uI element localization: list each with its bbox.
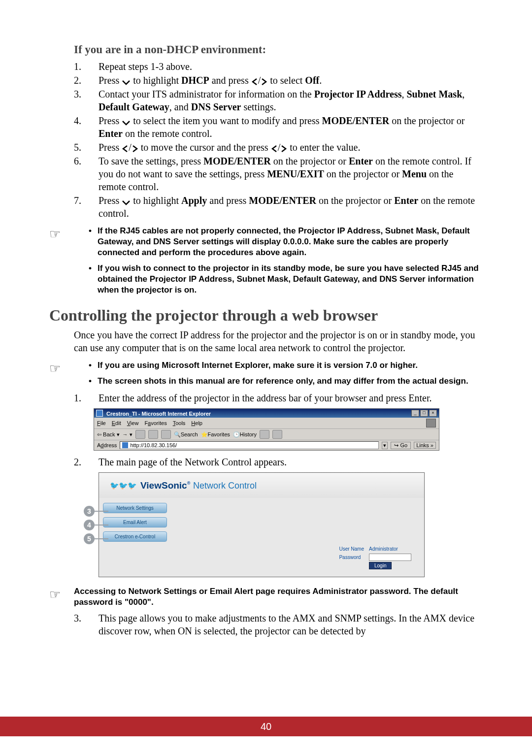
step-b2: 2. The main page of the Network Control … — [74, 456, 483, 468]
ie-window-title: Crestron_TI - Microsoft Internet Explore… — [96, 410, 211, 417]
maximize-icon[interactable]: □ — [420, 410, 428, 417]
ie-toolbar: ⇦ Back ▾ → ▾ 🔍Search ⭐Favorites 🕒History — [94, 429, 439, 440]
step-number: 4. — [74, 114, 99, 140]
section-intro: Once you have the correct IP address for… — [74, 329, 483, 354]
stop-icon[interactable] — [135, 430, 145, 439]
step-number: 3. — [74, 612, 99, 637]
menu-favorites[interactable]: Favorites — [144, 420, 166, 426]
step-5: 5. Press / to move the cursor and the pr… — [74, 141, 483, 154]
step-b1: 1. Enter the address of the projector in… — [74, 392, 483, 404]
step-body: The main page of the Network Control app… — [99, 456, 483, 468]
callout-line — [95, 538, 108, 539]
menu-tools[interactable]: Tools — [173, 420, 186, 426]
hand-point-icon: ☞ — [49, 587, 61, 602]
tab-email-alert[interactable]: Email Alert — [103, 517, 167, 527]
window-controls: _ □ × — [411, 410, 437, 417]
go-button[interactable]: ↪ Go — [391, 442, 411, 449]
step-number: 3. — [74, 88, 99, 113]
ie-titlebar: Crestron_TI - Microsoft Internet Explore… — [94, 409, 439, 418]
down-arrow-icon — [122, 197, 131, 206]
page-icon — [122, 442, 128, 448]
left-arrow-icon — [122, 143, 129, 153]
browser-steps: 1. Enter the address of the projector in… — [74, 392, 483, 404]
minimize-icon[interactable]: _ — [411, 410, 419, 417]
close-icon[interactable]: × — [429, 410, 437, 417]
section-heading-non-dhcp: If you are in a non-DHCP environment: — [74, 43, 483, 56]
mail-icon[interactable] — [260, 430, 269, 439]
nc-title: Network Control — [193, 481, 257, 491]
network-control-screenshot: 3 4 5 🐦🐦🐦 ViewSonic® Network Control Net… — [84, 472, 483, 577]
step-b3: 3. This page allows you to make adjustme… — [74, 612, 483, 637]
login-panel: User Name Administrator Password Login — [336, 545, 414, 570]
left-arrow-icon — [251, 76, 258, 86]
favorites-button[interactable]: ⭐Favorites — [201, 431, 230, 438]
ie-window-screenshot: Crestron_TI - Microsoft Internet Explore… — [94, 408, 439, 451]
note-item: If you are using Microsoft Internet Expl… — [89, 360, 483, 371]
step-body: Repeat steps 1-3 above. — [99, 60, 483, 73]
back-button[interactable]: ⇦ Back ▾ — [97, 431, 120, 438]
step-number: 7. — [74, 194, 99, 220]
history-button[interactable]: 🕒History — [233, 431, 257, 438]
step-body: To save the settings, press MODE/ENTER o… — [99, 155, 483, 193]
callout-badge-5: 5 — [84, 533, 95, 544]
nc-header: 🐦🐦🐦 ViewSonic® Network Control — [99, 473, 424, 498]
ie-addressbar: Address http://10.82.30.156/ ▾ ↪ Go Link… — [94, 440, 439, 450]
step-4: 4. Press to select the item you want to … — [74, 114, 483, 140]
step-number: 6. — [74, 155, 99, 193]
right-arrow-icon — [132, 143, 138, 153]
callout-line — [95, 525, 108, 526]
step-number: 1. — [74, 392, 99, 404]
step-body: Press to select the item you want to mod… — [99, 114, 483, 140]
tab-network-settings[interactable]: Network Settings — [103, 503, 167, 513]
tab-crestron-econtrol[interactable]: Crestron e-Control — [103, 531, 167, 542]
step-body: Press to highlight Apply and press MODE/… — [99, 194, 483, 220]
menu-edit[interactable]: Edit — [112, 420, 121, 426]
search-button[interactable]: 🔍Search — [174, 431, 198, 438]
browser-steps-2: 2. The main page of the Network Control … — [74, 456, 483, 468]
callout-line — [95, 511, 108, 512]
manual-page: If you are in a non-DHCP environment: 1.… — [0, 0, 532, 736]
address-input[interactable]: http://10.82.30.156/ — [120, 441, 379, 449]
forward-button[interactable]: → ▾ — [123, 431, 133, 438]
step-body: Contact your ITS administrator for infor… — [99, 88, 483, 113]
step-number: 2. — [74, 456, 99, 468]
password-label: Password — [337, 553, 366, 561]
ie-app-icon — [96, 410, 103, 417]
print-icon[interactable] — [272, 430, 282, 439]
step-body: This page allows you to make adjustments… — [99, 612, 483, 637]
hand-point-icon: ☞ — [49, 227, 61, 242]
step-7: 7. Press to highlight Apply and press MO… — [74, 194, 483, 220]
nc-body: Network Settings Email Alert Crestron e-… — [99, 498, 424, 577]
address-dropdown-icon[interactable]: ▾ — [382, 442, 388, 449]
viewsonic-logo-icon: 🐦🐦🐦 — [110, 481, 136, 490]
right-arrow-icon — [261, 76, 267, 86]
ie-logo-icon — [426, 419, 436, 427]
nc-main: User Name Administrator Password Login — [171, 498, 424, 577]
step-3: 3. Contact your ITS administrator for in… — [74, 88, 483, 113]
refresh-icon[interactable] — [148, 430, 158, 439]
step-number: 1. — [74, 60, 99, 73]
step-body: Press / to move the cursor and the press… — [99, 141, 483, 154]
links-button[interactable]: Links » — [414, 442, 436, 449]
callout-badge-4: 4 — [84, 520, 95, 530]
username-label: User Name — [337, 546, 366, 552]
note-block-1: ☞ If the RJ45 cables are not properly co… — [49, 226, 483, 296]
home-icon[interactable] — [161, 430, 171, 439]
page-number: 40 — [261, 721, 271, 732]
menu-view[interactable]: View — [127, 420, 139, 426]
step-6: 6. To save the settings, press MODE/ENTE… — [74, 155, 483, 193]
down-arrow-icon — [122, 76, 131, 86]
note-item: If the RJ45 cables are not properly conn… — [89, 226, 483, 258]
menu-file[interactable]: File — [97, 420, 106, 426]
step-body: Enter the address of the projector in th… — [99, 392, 483, 404]
step-body: Press to highlight DHCP and press / to s… — [99, 74, 483, 87]
hand-point-icon: ☞ — [49, 361, 61, 376]
down-arrow-icon — [122, 117, 131, 127]
password-input[interactable] — [369, 554, 411, 561]
browser-steps-3: 3. This page allows you to make adjustme… — [74, 612, 483, 637]
network-control-window: 🐦🐦🐦 ViewSonic® Network Control Network S… — [99, 472, 425, 577]
menu-help[interactable]: Help — [191, 420, 202, 426]
section-heading-web-browser: Controlling the projector through a web … — [49, 306, 483, 325]
brand-label: ViewSonic — [140, 480, 187, 491]
login-button[interactable]: Login — [369, 562, 392, 569]
